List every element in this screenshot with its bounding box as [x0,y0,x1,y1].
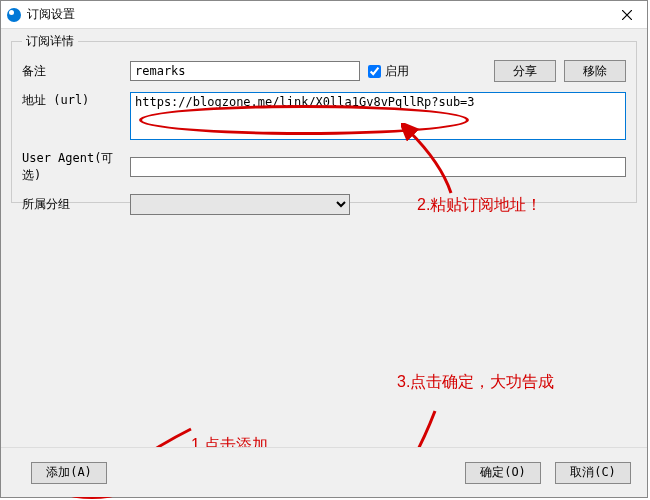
remove-button[interactable]: 移除 [564,60,626,82]
enable-checkbox-wrap[interactable]: 启用 [368,63,409,80]
fieldset-legend: 订阅详情 [22,33,78,50]
url-input[interactable] [130,92,626,140]
window-title: 订阅设置 [27,6,607,23]
share-button[interactable]: 分享 [494,60,556,82]
label-group: 所属分组 [22,196,122,213]
cancel-button[interactable]: 取消(C) [555,462,631,484]
close-icon [622,10,632,20]
titlebar: 订阅设置 [1,1,647,29]
row-url: 地址 (url) [22,92,626,140]
label-url: 地址 (url) [22,92,122,109]
content-area: 订阅详情 备注 启用 分享 移除 地址 (url) User Agent(可选) [1,29,647,497]
details-fieldset: 订阅详情 备注 启用 分享 移除 地址 (url) User Agent(可选) [11,33,637,203]
ok-button[interactable]: 确定(O) [465,462,541,484]
close-button[interactable] [607,1,647,29]
group-select[interactable] [130,194,350,215]
label-user-agent: User Agent(可选) [22,150,122,184]
user-agent-input[interactable] [130,157,626,177]
row-group: 所属分组 [22,194,626,215]
remarks-input[interactable] [130,61,360,81]
row-user-agent: User Agent(可选) [22,150,626,184]
row-remarks: 备注 启用 分享 移除 [22,60,626,82]
enable-label: 启用 [385,63,409,80]
add-button[interactable]: 添加(A) [31,462,107,484]
label-remarks: 备注 [22,63,122,80]
annotation-text-step3: 3.点击确定，大功告成 [397,371,557,393]
app-icon [7,8,21,22]
bottom-bar: 添加(A) 确定(O) 取消(C) [1,447,647,497]
enable-checkbox[interactable] [368,65,381,78]
dialog-window: 订阅设置 订阅详情 备注 启用 分享 移除 地址 (url) [0,0,648,498]
